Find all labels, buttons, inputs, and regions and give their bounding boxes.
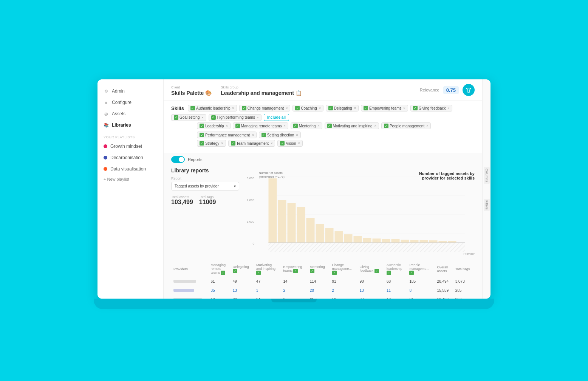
val-cell: 24: [254, 295, 281, 299]
skill-tag-people[interactable]: ✓ People management ×: [381, 122, 431, 129]
remove-icon[interactable]: ×: [426, 124, 428, 128]
skill-tag-giving[interactable]: ✓ Giving feedback ×: [410, 105, 452, 112]
include-all-button[interactable]: Include all: [264, 114, 289, 121]
reports-toggle[interactable]: [171, 156, 185, 163]
val-cell: 37: [357, 295, 384, 299]
total-tags-stat: Total tags 11009: [199, 195, 216, 206]
new-playlist-button[interactable]: + New playlist: [97, 175, 163, 184]
col-managing-remote: Managingremoteteams ✓: [208, 262, 230, 277]
libraries-icon: 📚: [104, 122, 109, 128]
skill-tag-motivating[interactable]: ✓ Motivating and inspiring ×: [325, 122, 379, 129]
val-cell-link[interactable]: 8: [407, 286, 435, 295]
remove-icon[interactable]: ×: [374, 124, 376, 128]
chevron-down-icon: ▾: [234, 184, 236, 188]
skill-tag-goal[interactable]: ✓ Goal setting ×: [171, 114, 206, 121]
val-cell-link[interactable]: 11: [384, 286, 407, 295]
check-icon: ✓: [200, 133, 204, 137]
svg-rect-8: [288, 203, 296, 243]
sidebar-item-configure[interactable]: ≡ Configure: [97, 97, 163, 108]
val-cell: 12: [384, 295, 407, 299]
remove-icon[interactable]: ×: [232, 106, 234, 110]
skill-tag-empowering[interactable]: ✓ Empowering teams ×: [361, 105, 408, 112]
playlist-decarbonisation[interactable]: Decarbonisation: [97, 152, 163, 163]
header: Client Skills Palette 🎨 Skills group Lea…: [164, 79, 482, 101]
main-content: Client Skills Palette 🎨 Skills group Lea…: [164, 79, 482, 299]
skill-tag-delegating[interactable]: ✓ Delegating ×: [326, 105, 359, 112]
reports-toggle-row: Reports: [164, 153, 482, 164]
val-cell-link[interactable]: 20: [308, 286, 330, 295]
client-label: Client: [171, 85, 212, 89]
columns-side-label[interactable]: Columns: [484, 167, 490, 184]
skill-tag-high-performing[interactable]: ✓ High performing teams ×: [209, 114, 262, 121]
skill-tag-vision[interactable]: ✓ Vision ×: [277, 140, 302, 147]
playlist-dot-growth: [104, 144, 107, 148]
filters-side-label[interactable]: Filters: [484, 199, 490, 211]
val-cell: 49: [231, 277, 254, 286]
skill-tag-leadership[interactable]: ✓ Leadership ×: [197, 122, 231, 129]
val-cell: 28,494: [435, 277, 453, 286]
playlists-section-label: YOUR PLAYLISTS: [97, 131, 163, 141]
check-icon: ✓: [293, 124, 298, 128]
skill-tag-performance[interactable]: ✓ Performance management ×: [197, 132, 257, 138]
remove-icon[interactable]: ×: [221, 141, 223, 145]
svg-rect-14: [344, 234, 353, 243]
remove-icon[interactable]: ×: [201, 116, 203, 119]
skill-tag-coaching[interactable]: ✓ Coaching ×: [292, 105, 323, 112]
val-cell-link[interactable]: 3: [254, 286, 281, 295]
remove-icon[interactable]: ×: [257, 116, 259, 119]
client-value: Skills Palette 🎨: [171, 90, 212, 96]
remove-icon[interactable]: ×: [317, 124, 319, 128]
svg-rect-19: [391, 239, 400, 243]
remove-icon[interactable]: ×: [354, 106, 356, 110]
skill-tag-team-management[interactable]: ✓ Team management ×: [228, 140, 275, 147]
sidebar-item-assets[interactable]: ◎ Assets: [97, 108, 163, 119]
remove-icon[interactable]: ×: [298, 141, 300, 145]
val-cell-link[interactable]: 13: [231, 286, 254, 295]
check-icon: ✓: [364, 106, 368, 110]
val-cell: 185: [407, 277, 435, 286]
chart-title: Number of tagged assets byprovider for s…: [414, 171, 475, 180]
skill-tag-setting-direction[interactable]: ✓ Setting direction ×: [259, 132, 301, 138]
remove-icon[interactable]: ×: [296, 133, 298, 137]
playlist-data-vis[interactable]: Data visualisation: [97, 163, 163, 175]
check-icon: ✓: [190, 106, 195, 110]
chart-area: 3,000 2,000 1,000 0 Number of assets(Rel…: [247, 177, 475, 256]
skill-tag-strategy[interactable]: ✓ Strategy ×: [197, 140, 226, 147]
y-tick-2000: 2,000: [247, 198, 254, 202]
val-cell-link[interactable]: 13: [357, 286, 384, 295]
playlist-growth[interactable]: Growth mindset: [97, 141, 163, 152]
table-row: 19 26 24 6 61 19 37 12 21 11,402 807: [171, 295, 475, 299]
skill-tag-managing-remote[interactable]: ✓ Managing remote teams ×: [233, 122, 288, 129]
check-icon: ✓: [231, 141, 235, 146]
remove-icon[interactable]: ×: [404, 106, 405, 110]
val-cell-link[interactable]: 2: [281, 286, 307, 295]
provider-cell: [171, 295, 208, 299]
remove-icon[interactable]: ×: [284, 124, 286, 128]
table-row: 35 13 3 2 20 2 13 11 8 15,559 285: [171, 286, 475, 295]
remove-icon[interactable]: ×: [271, 141, 272, 145]
report-dropdown[interactable]: Tagged assets by provider ▾: [171, 182, 239, 190]
remove-icon[interactable]: ×: [319, 106, 321, 110]
remove-icon[interactable]: ×: [252, 133, 254, 137]
sidebar-item-admin[interactable]: ⚙ Admin: [97, 85, 163, 97]
remove-icon[interactable]: ×: [286, 106, 288, 110]
reports-toggle-label: Reports: [188, 157, 203, 162]
col-motivating: Motivatingand inspiring✓: [254, 262, 281, 277]
reports-left: Report Tagged assets by provider ▾ Total…: [171, 177, 239, 206]
check-icon: ✓: [295, 106, 300, 110]
check-icon: ✓: [242, 106, 246, 110]
svg-rect-17: [373, 239, 381, 243]
sidebar-item-libraries[interactable]: 📚 Libraries: [97, 119, 163, 131]
skill-tag-authentic[interactable]: ✓ Authentic leadership ×: [188, 105, 237, 112]
remove-icon[interactable]: ×: [448, 106, 450, 110]
val-cell-link[interactable]: 2: [330, 286, 357, 295]
skill-tag-change[interactable]: ✓ Change management ×: [239, 105, 290, 112]
filter-button[interactable]: [463, 84, 475, 96]
check-icon: ✓: [384, 124, 388, 128]
remove-icon[interactable]: ×: [226, 124, 227, 128]
skill-tag-mentoring[interactable]: ✓ Mentoring ×: [291, 122, 322, 129]
skills-label: Skills: [171, 105, 184, 111]
svg-rect-13: [335, 231, 343, 243]
val-cell-link[interactable]: 35: [208, 286, 230, 295]
svg-rect-23: [429, 240, 438, 243]
